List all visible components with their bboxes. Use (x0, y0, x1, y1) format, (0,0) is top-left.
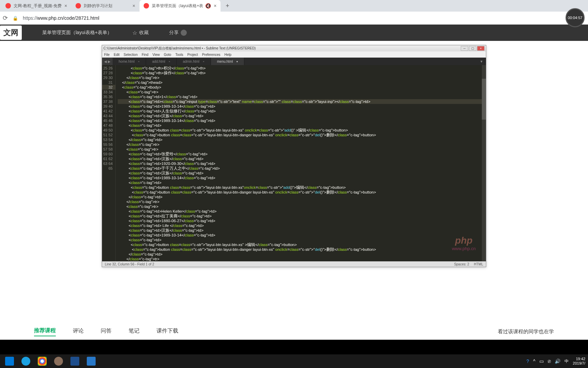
volume-icon[interactable]: 🔊 (555, 358, 560, 364)
editor-tab-1[interactable]: add.html× (146, 58, 177, 65)
line-gutter[interactable]: 25 26 27 28 29 30 31 32 33 34 35 36 37 3… (102, 65, 116, 261)
help-icon[interactable]: ? (526, 358, 529, 364)
tab-overflow-icon[interactable]: ▼ (477, 60, 486, 63)
browser-tab-strip: 文网-教程_手册_视频-免费 × 刘静的学习计划 × 菜单管理页面（layui表… (0, 0, 588, 12)
related-title: 看过该课程的同学也在学 (498, 328, 554, 335)
minimize-button[interactable]: ─ (461, 46, 468, 51)
site-header: 文网 菜单管理页面（layui表格+表单） ☆收藏 分享 (0, 25, 588, 41)
clock[interactable]: 19:42 2019/7/ (573, 357, 585, 366)
mute-icon[interactable]: 🔇 (205, 3, 211, 9)
page-main: C:\Users\Administrator\Desktop\VIP\后台模板\… (0, 41, 588, 320)
taskbar-app-5[interactable] (83, 354, 99, 368)
recording-timer: 00:04:57 (566, 8, 585, 27)
breadcrumb: 菜单管理页面（layui表格+表单） (42, 30, 112, 36)
close-button[interactable]: × (477, 46, 485, 51)
close-icon[interactable]: × (214, 3, 216, 9)
status-bar: Line 32, Column 56 - Field 1 of 2 Spaces… (102, 261, 486, 267)
code-editor[interactable]: <class="c-tag">th>积分</class="c-tag">th> … (116, 65, 482, 261)
start-button[interactable] (1, 354, 18, 368)
tab-notes[interactable]: 笔记 (129, 327, 140, 336)
favicon-php-icon (144, 3, 149, 9)
status-position[interactable]: Line 32, Column 56 - Field 1 of 2 (105, 262, 154, 266)
watermark-url: www.php.cn (452, 246, 476, 251)
tab-nav-arrows[interactable]: ◀ ▶ (102, 58, 113, 65)
maximize-button[interactable]: ▢ (469, 46, 476, 51)
favicon-php-icon (76, 3, 81, 9)
taskbar-app-4[interactable] (67, 354, 83, 368)
status-spaces[interactable]: Spaces: 2 (454, 262, 469, 266)
taskbar-chrome[interactable] (34, 354, 50, 368)
ime-indicator[interactable]: 中 (565, 358, 569, 364)
course-tabs: 推荐课程 评论 问答 笔记 课件下载 看过该课程的同学也在学 (0, 320, 588, 340)
url-bar: ⟳ 🔒 https://www.php.cn/code/28721.html (0, 12, 588, 25)
editor-tab-0[interactable]: home.html× (113, 58, 146, 65)
close-icon[interactable]: × (132, 3, 135, 9)
reload-button[interactable]: ⟳ (3, 14, 8, 22)
menu-find[interactable]: Find (142, 53, 148, 57)
menu-tools[interactable]: Tools (175, 53, 183, 57)
tab-qa[interactable]: 问答 (101, 327, 112, 336)
editor-tab-2[interactable]: admin.html× (177, 58, 211, 65)
menu-edit[interactable]: Edit (114, 53, 119, 57)
site-logo[interactable]: 文网 (0, 26, 22, 40)
menu-goto[interactable]: Goto (164, 53, 171, 57)
windows-taskbar: ? ^ ▭ ⎚ 🔊 中 19:42 2019/7/ (0, 354, 588, 368)
browser-tab-2[interactable]: 菜单管理页面（layui表格+表 🔇 × (140, 0, 221, 12)
menu-help[interactable]: Help (225, 53, 232, 57)
status-lang[interactable]: HTML (474, 262, 483, 266)
menu-bar: File Edit Selection Find View Goto Tools… (102, 51, 486, 58)
tab-title: 刘静的学习计划 (84, 3, 130, 9)
share-icon (181, 30, 187, 36)
menu-preferences[interactable]: Preferences (202, 53, 220, 57)
sublime-window: C:\Users\Administrator\Desktop\VIP\后台模板\… (102, 45, 486, 267)
system-tray: ? ^ ▭ ⎚ 🔊 中 19:42 2019/7/ (526, 357, 587, 366)
menu-project[interactable]: Project (187, 53, 198, 57)
tab-title: 文网-教程_手册_视频-免费 (14, 3, 62, 9)
menu-view[interactable]: View (152, 53, 160, 57)
browser-tab-0[interactable]: 文网-教程_手册_视频-免费 × (1, 0, 71, 12)
window-titlebar[interactable]: C:\Users\Administrator\Desktop\VIP\后台模板\… (102, 45, 486, 51)
tab-recommended[interactable]: 推荐课程 (34, 327, 56, 336)
tab-title: 菜单管理页面（layui表格+表 (152, 3, 203, 9)
browser-tab-1[interactable]: 刘静的学习计划 × (71, 0, 140, 12)
star-icon: ☆ (132, 30, 137, 36)
share-button[interactable]: 分享 (169, 30, 187, 36)
taskbar-app-3[interactable] (50, 354, 67, 368)
menu-selection[interactable]: Selection (124, 53, 137, 57)
battery-icon[interactable]: ▭ (539, 358, 544, 364)
editor-body: 25 26 27 28 29 30 31 32 33 34 35 36 37 3… (102, 65, 486, 261)
favicon-php-icon (5, 3, 11, 9)
status-right: Spaces: 2 HTML (454, 262, 483, 266)
window-title: C:\Users\Administrator\Desktop\VIP\后台模板\… (103, 46, 256, 51)
scroll-thumb[interactable] (482, 79, 486, 120)
taskbar-app-1[interactable] (18, 354, 34, 368)
tab-downloads[interactable]: 课件下载 (157, 327, 178, 336)
editor-tab-bar: ◀ ▶ home.html× add.html× admin.html× men… (102, 58, 486, 65)
menu-file[interactable]: File (104, 53, 110, 57)
new-tab-button[interactable]: + (223, 1, 232, 11)
lock-icon[interactable]: 🔒 (13, 16, 18, 21)
watermark: php www.php.cn (452, 235, 476, 251)
favorite-button[interactable]: ☆收藏 (132, 30, 149, 36)
watermark-brand: php (452, 235, 476, 246)
scrollbar[interactable] (482, 65, 486, 261)
editor-tab-3[interactable]: menu.html● (211, 58, 245, 65)
url-input[interactable]: https://www.php.cn/code/28721.html (23, 15, 585, 21)
window-controls: ─ ▢ × (461, 46, 485, 51)
close-icon[interactable]: × (64, 3, 67, 9)
network-icon[interactable]: ⎚ (548, 358, 551, 364)
tab-comments[interactable]: 评论 (73, 327, 84, 336)
chevron-up-icon[interactable]: ^ (533, 358, 536, 364)
